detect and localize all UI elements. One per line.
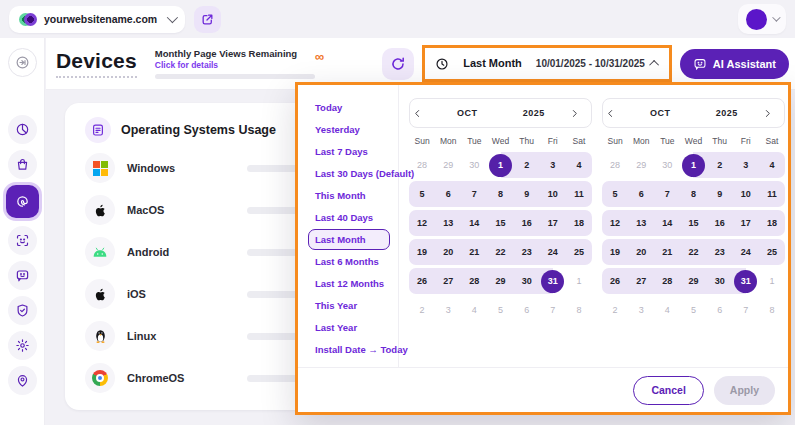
day-cell[interactable]: 5 (680, 297, 706, 323)
day-cell[interactable]: 28 (461, 268, 487, 294)
day-cell[interactable]: 10 (540, 181, 566, 207)
day-cell[interactable]: 24 (733, 239, 759, 265)
refresh-button[interactable] (382, 48, 414, 80)
day-cell[interactable]: 20 (435, 239, 461, 265)
day-cell-range-start[interactable]: 1 (487, 152, 513, 178)
day-cell[interactable]: 30 (707, 268, 733, 294)
day-cell[interactable]: 6 (628, 181, 654, 207)
day-cell[interactable]: 29 (680, 268, 706, 294)
day-cell[interactable]: 2 (514, 152, 540, 178)
day-cell[interactable]: 9 (707, 181, 733, 207)
day-cell[interactable]: 8 (680, 181, 706, 207)
day-cell[interactable]: 8 (566, 297, 592, 323)
day-cell[interactable]: 26 (602, 268, 628, 294)
day-cell[interactable]: 7 (461, 181, 487, 207)
day-cell[interactable]: 26 (409, 268, 435, 294)
day-cell[interactable]: 2 (707, 152, 733, 178)
day-cell[interactable]: 25 (566, 239, 592, 265)
day-cell[interactable]: 30 (514, 268, 540, 294)
day-cell[interactable]: 13 (435, 210, 461, 236)
day-cell[interactable]: 22 (680, 239, 706, 265)
day-cell[interactable]: 18 (566, 210, 592, 236)
day-cell[interactable]: 17 (733, 210, 759, 236)
next-month-button[interactable] (567, 106, 581, 120)
day-cell[interactable]: 6 (435, 181, 461, 207)
day-cell[interactable]: 21 (654, 239, 680, 265)
day-cell[interactable]: 10 (733, 181, 759, 207)
day-cell[interactable]: 13 (628, 210, 654, 236)
day-cell[interactable]: 2 (409, 297, 435, 323)
preset-last-month[interactable]: Last Month (308, 229, 390, 250)
prev-month-button[interactable] (603, 106, 617, 120)
day-cell[interactable]: 22 (487, 239, 513, 265)
day-cell[interactable]: 17 (540, 210, 566, 236)
day-cell-range-start[interactable]: 1 (680, 152, 706, 178)
preset-last-40-days[interactable]: Last 40 Days (308, 207, 390, 228)
day-cell[interactable]: 7 (654, 181, 680, 207)
day-cell[interactable]: 12 (602, 210, 628, 236)
day-cell[interactable]: 4 (461, 297, 487, 323)
day-cell[interactable]: 14 (654, 210, 680, 236)
day-cell[interactable]: 4 (566, 152, 592, 178)
sidebar-item-analytics[interactable] (8, 115, 37, 144)
day-cell[interactable]: 7 (540, 297, 566, 323)
preset-this-year[interactable]: This Year (308, 295, 390, 316)
day-cell[interactable]: 28 (409, 152, 435, 178)
day-cell[interactable]: 28 (602, 152, 628, 178)
day-cell[interactable]: 5 (409, 181, 435, 207)
day-cell[interactable]: 19 (602, 239, 628, 265)
preset-today[interactable]: Today (308, 97, 390, 118)
account-menu[interactable] (738, 4, 786, 34)
day-cell[interactable]: 21 (461, 239, 487, 265)
day-cell[interactable]: 27 (435, 268, 461, 294)
day-cell[interactable]: 25 (759, 239, 785, 265)
prev-month-button[interactable] (410, 106, 424, 120)
open-site-button[interactable] (194, 6, 221, 33)
preset-this-month[interactable]: This Month (308, 185, 390, 206)
day-cell[interactable]: 3 (435, 297, 461, 323)
day-cell[interactable]: 8 (487, 181, 513, 207)
day-cell[interactable]: 2 (602, 297, 628, 323)
preset-last-30-days-default-[interactable]: Last 30 Days (Default) (308, 163, 390, 184)
day-cell[interactable]: 14 (461, 210, 487, 236)
preset-install-date-today[interactable]: Install Date → Today (308, 339, 390, 360)
day-cell[interactable]: 29 (487, 268, 513, 294)
preset-last-year[interactable]: Last Year (308, 317, 390, 338)
day-cell[interactable]: 5 (487, 297, 513, 323)
date-range-trigger[interactable]: Last Month 10/01/2025 - 10/31/2025 (422, 45, 672, 82)
day-cell[interactable]: 4 (654, 297, 680, 323)
day-cell[interactable]: 29 (628, 152, 654, 178)
day-cell[interactable]: 6 (514, 297, 540, 323)
day-cell[interactable]: 28 (654, 268, 680, 294)
apply-button[interactable]: Apply (714, 376, 775, 405)
ai-assistant-button[interactable]: AI Assistant (680, 49, 789, 79)
sidebar-item-location[interactable] (8, 366, 37, 395)
day-cell[interactable]: 15 (680, 210, 706, 236)
sidebar-item-devices[interactable] (6, 185, 39, 218)
day-cell[interactable]: 3 (733, 152, 759, 178)
day-cell[interactable]: 6 (707, 297, 733, 323)
page-views-details-link[interactable]: Click for details (155, 60, 307, 70)
day-cell[interactable]: 16 (514, 210, 540, 236)
preset-yesterday[interactable]: Yesterday (308, 119, 390, 140)
preset-last-7-days[interactable]: Last 7 Days (308, 141, 390, 162)
sidebar-item-face-scan[interactable] (8, 226, 37, 255)
day-cell[interactable]: 1 (566, 268, 592, 294)
day-cell[interactable]: 11 (566, 181, 592, 207)
day-cell[interactable]: 23 (514, 239, 540, 265)
day-cell-range-end[interactable]: 31 (540, 268, 566, 294)
sidebar-item-shield[interactable] (8, 296, 37, 325)
next-month-button[interactable] (760, 106, 774, 120)
day-cell[interactable]: 24 (540, 239, 566, 265)
cancel-button[interactable]: Cancel (633, 376, 703, 405)
day-cell[interactable]: 30 (654, 152, 680, 178)
day-cell[interactable]: 11 (759, 181, 785, 207)
day-cell[interactable]: 3 (628, 297, 654, 323)
sidebar-item-orders[interactable] (8, 150, 37, 179)
preset-last-6-months[interactable]: Last 6 Months (308, 251, 390, 272)
sidebar-item-collapse[interactable] (8, 48, 37, 77)
day-cell-range-end[interactable]: 31 (733, 268, 759, 294)
day-cell[interactable]: 3 (540, 152, 566, 178)
day-cell[interactable]: 1 (759, 268, 785, 294)
preset-last-12-months[interactable]: Last 12 Months (308, 273, 390, 294)
